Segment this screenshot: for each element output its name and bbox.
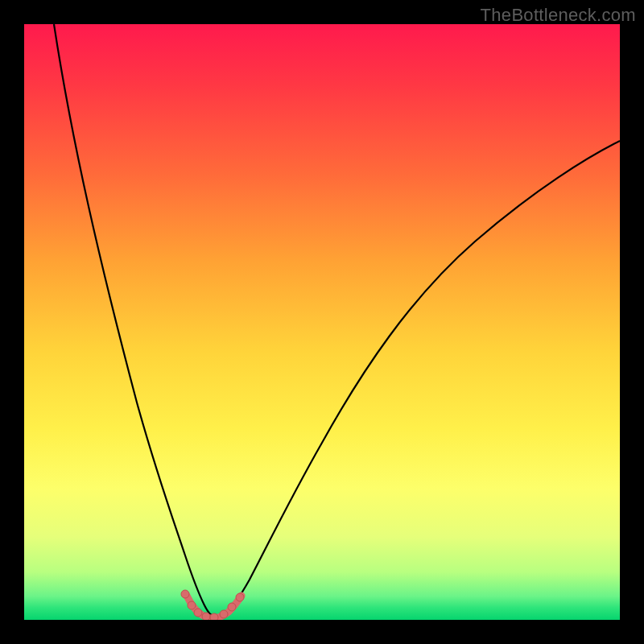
watermark-label: TheBottleneck.com [481,5,636,26]
svg-point-1 [188,601,196,609]
svg-point-0 [181,590,189,598]
bottleneck-curve-path [54,24,620,617]
svg-point-5 [220,610,228,618]
svg-point-7 [236,593,244,601]
bottleneck-curve-svg [24,24,620,620]
svg-point-3 [202,613,210,620]
svg-point-6 [228,603,236,611]
svg-point-4 [210,613,218,620]
trough-markers [181,590,244,620]
chart-plot-area [24,24,620,620]
svg-point-2 [194,609,202,617]
